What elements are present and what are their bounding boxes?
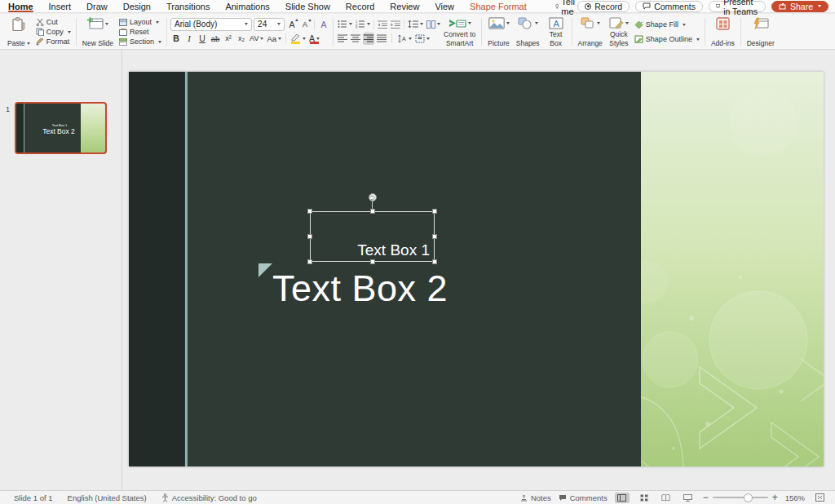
zoom-percentage[interactable]: 156% — [785, 493, 805, 502]
italic-button[interactable]: I — [183, 33, 195, 45]
columns-button[interactable] — [426, 18, 441, 30]
resize-handle-nw[interactable] — [307, 209, 312, 214]
tab-home[interactable]: Home — [8, 0, 33, 12]
shapes-button[interactable]: Shapes — [514, 15, 542, 48]
font-name-value: Arial (Body) — [175, 20, 217, 29]
designer-button[interactable]: Designer — [744, 15, 777, 48]
text-box-label-2: Box — [550, 40, 562, 47]
strikethrough-button[interactable]: ab — [210, 33, 221, 45]
grow-font-button[interactable]: A — [286, 18, 298, 30]
zoom-in-button[interactable]: + — [772, 493, 778, 502]
shape-outline-button[interactable]: Shape Outline — [633, 34, 701, 44]
tab-shape-format[interactable]: Shape Format — [470, 0, 527, 12]
tab-view[interactable]: View — [435, 0, 454, 12]
justify-button[interactable] — [376, 33, 387, 45]
bullets-button[interactable] — [337, 18, 353, 30]
resize-handle-s[interactable] — [370, 259, 375, 264]
tab-design[interactable]: Design — [123, 0, 151, 12]
decrease-indent-button[interactable] — [377, 18, 388, 30]
increase-indent-button[interactable] — [390, 18, 401, 30]
quick-styles-button[interactable]: Quick Styles — [607, 15, 631, 48]
slide[interactable]: Text Box 2 Text Box 1 — [129, 72, 824, 466]
font-size-select[interactable]: 24 — [254, 18, 285, 31]
record-button[interactable]: Record — [577, 1, 630, 12]
zoom-slider-thumb[interactable] — [744, 493, 753, 502]
change-case-button[interactable]: Aa — [266, 33, 282, 45]
zoom-slider[interactable] — [713, 497, 768, 498]
character-spacing-button[interactable]: AV — [249, 33, 264, 45]
text-highlight-button[interactable] — [289, 33, 307, 45]
align-text-button[interactable] — [414, 33, 431, 45]
text-direction-button[interactable]: A — [396, 33, 413, 45]
resize-handle-w[interactable] — [307, 234, 312, 239]
superscript-button[interactable]: x² — [223, 33, 234, 45]
cut-button[interactable]: Cut — [34, 17, 73, 27]
new-slide-button[interactable]: New Slide — [80, 15, 116, 48]
add-ins-button[interactable]: Add-ins — [709, 15, 737, 48]
ribbon-separator — [572, 18, 572, 46]
share-button[interactable]: Share — [771, 1, 828, 12]
copy-button[interactable]: Copy — [34, 27, 73, 37]
resize-handle-sw[interactable] — [307, 259, 312, 264]
arrange-group: Arrange Quick Styles Shape Fill Shape Ou… — [576, 15, 701, 48]
tab-animations[interactable]: Animations — [225, 0, 269, 12]
language-indicator[interactable]: English (United States) — [68, 493, 147, 502]
chevron-down-icon — [696, 38, 700, 41]
line-spacing-button[interactable] — [407, 18, 424, 30]
present-in-teams-button[interactable]: Present in Teams — [709, 1, 766, 12]
format-painter-button[interactable]: Format — [34, 37, 73, 46]
designer-label: Designer — [747, 40, 775, 47]
layout-label: Layout — [130, 18, 152, 26]
zoom-out-button[interactable]: − — [703, 493, 709, 502]
resize-handle-n[interactable] — [370, 209, 375, 214]
align-center-button[interactable] — [350, 33, 361, 45]
tab-draw[interactable]: Draw — [86, 0, 108, 12]
textbox1-selection[interactable]: Text Box 1 — [310, 211, 435, 262]
font-name-select[interactable]: Arial (Body) — [170, 18, 252, 31]
subscript-button[interactable]: x₂ — [236, 33, 247, 45]
resize-handle-se[interactable] — [432, 259, 437, 264]
picture-button[interactable]: Picture — [485, 15, 511, 48]
slideshow-view-button[interactable] — [681, 493, 696, 503]
tab-transitions[interactable]: Transitions — [166, 0, 210, 12]
shape-fill-button[interactable]: Shape Fill — [633, 20, 701, 29]
reset-button[interactable]: Reset — [117, 27, 163, 37]
layout-button[interactable]: Layout — [117, 17, 163, 27]
tab-slide-show[interactable]: Slide Show — [285, 0, 330, 12]
present-label: Present in Teams — [723, 0, 758, 16]
rotation-handle[interactable] — [369, 193, 377, 201]
resize-handle-e[interactable] — [432, 234, 437, 239]
textbox1-text[interactable]: Text Box 1 — [357, 241, 430, 259]
notes-button[interactable]: Notes — [520, 493, 551, 502]
resize-handle-ne[interactable] — [432, 209, 437, 214]
align-left-button[interactable] — [337, 33, 348, 45]
text-box-button[interactable]: A Text Box — [544, 15, 568, 48]
numbering-button[interactable]: 123 — [355, 18, 371, 30]
convert-to-smartart-button[interactable]: Convert to SmartArt — [441, 15, 478, 48]
accessibility-status[interactable]: Accessibility: Good to go — [161, 493, 257, 502]
thumb-accent-line — [24, 104, 24, 153]
bold-button[interactable]: B — [170, 33, 182, 45]
tell-me-button[interactable]: Tell me — [555, 0, 578, 16]
align-right-button[interactable] — [363, 33, 374, 45]
comments-button[interactable]: Comments — [635, 1, 703, 12]
shrink-font-button[interactable]: A — [299, 18, 311, 30]
reading-view-button[interactable] — [659, 493, 674, 503]
slide-thumbnail[interactable]: Text Box 1 Text Box 2 — [15, 102, 107, 154]
textbox2-text[interactable]: Text Box 2 — [272, 270, 448, 307]
slide-counter[interactable]: Slide 1 of 1 — [14, 493, 53, 502]
comments-status-button[interactable]: Comments — [559, 493, 607, 502]
paste-button[interactable]: Paste — [5, 15, 33, 48]
clear-formatting-button[interactable]: A — [318, 18, 329, 30]
underline-button[interactable]: U — [197, 33, 208, 45]
section-button[interactable]: Section — [117, 37, 163, 46]
tab-insert[interactable]: Insert — [49, 0, 72, 12]
font-color-button[interactable]: A — [308, 33, 320, 45]
normal-view-button[interactable] — [615, 493, 630, 503]
tab-review[interactable]: Review — [390, 0, 419, 12]
slide-canvas[interactable]: Text Box 2 Text Box 1 — [123, 50, 835, 490]
arrange-button[interactable]: Arrange — [576, 15, 605, 48]
fit-to-window-button[interactable] — [812, 493, 827, 503]
slide-sorter-view-button[interactable] — [637, 493, 652, 503]
tab-record[interactable]: Record — [346, 0, 374, 12]
